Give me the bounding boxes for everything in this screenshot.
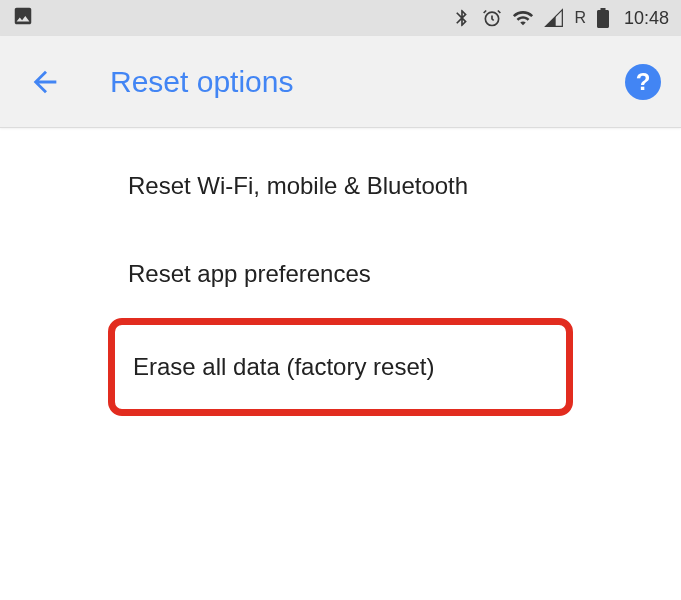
status-time: 10:48 xyxy=(624,8,669,29)
settings-list: Reset Wi-Fi, mobile & Bluetooth Reset ap… xyxy=(0,128,681,416)
help-icon: ? xyxy=(636,68,651,96)
status-left-icons xyxy=(12,5,34,31)
bluetooth-icon xyxy=(452,8,472,28)
help-button[interactable]: ? xyxy=(625,64,661,100)
signal-icon xyxy=(544,8,564,28)
wifi-icon xyxy=(512,7,534,29)
factory-reset-item[interactable]: Erase all data (factory reset) xyxy=(115,325,566,409)
battery-icon xyxy=(596,7,610,29)
image-notification-icon xyxy=(12,5,34,31)
reset-app-prefs-item[interactable]: Reset app preferences xyxy=(0,230,681,318)
app-bar: Reset options ? xyxy=(0,36,681,128)
status-right-icons: R 10:48 xyxy=(452,7,669,29)
roaming-indicator: R xyxy=(574,9,586,27)
page-title: Reset options xyxy=(110,65,625,99)
status-bar: R 10:48 xyxy=(0,0,681,36)
reset-network-item[interactable]: Reset Wi-Fi, mobile & Bluetooth xyxy=(0,142,681,230)
alarm-icon xyxy=(482,8,502,28)
back-button[interactable] xyxy=(28,65,62,99)
highlight-annotation: Erase all data (factory reset) xyxy=(108,318,573,416)
back-arrow-icon xyxy=(28,65,62,99)
